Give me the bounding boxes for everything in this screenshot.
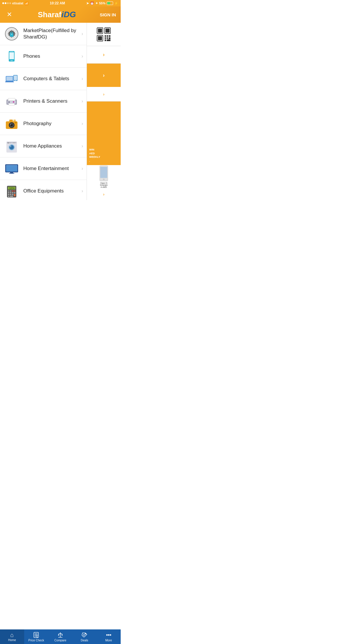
- svg-point-20: [8, 101, 10, 103]
- right-arrow-icon-1: ›: [103, 52, 105, 58]
- right-panel-content: › › › WINAEDWEEKLY ›: [87, 23, 121, 200]
- svg-rect-47: [10, 190, 11, 192]
- svg-point-28: [15, 122, 17, 123]
- svg-rect-59: [10, 196, 13, 197]
- menu-item-photography[interactable]: Photography ›: [0, 113, 87, 135]
- menu-item-printers[interactable]: Printers & Scanners ›: [0, 90, 87, 113]
- location-icon: ➤: [86, 1, 89, 5]
- phone-brand-text: Oppo N: [100, 182, 107, 184]
- svg-rect-50: [8, 192, 9, 193]
- svg-rect-2: [10, 33, 13, 37]
- svg-rect-94: [109, 35, 110, 37]
- alarm-icon: ⏰: [90, 1, 94, 5]
- bluetooth-icon: ✦: [95, 1, 98, 5]
- svg-rect-95: [105, 37, 106, 39]
- marketplace-chevron: ›: [82, 31, 83, 36]
- computers-label: Computers & Tablets: [23, 76, 80, 82]
- svg-rect-57: [14, 194, 15, 196]
- svg-rect-49: [14, 190, 15, 192]
- office-label: Office Equipments: [23, 188, 80, 194]
- svg-rect-101: [100, 167, 107, 178]
- svg-rect-17: [8, 98, 15, 101]
- svg-rect-58: [8, 196, 9, 197]
- office-icon-wrap: 1856: [3, 183, 20, 199]
- computers-chevron: ›: [82, 76, 83, 81]
- right-panel: › › › WINAEDWEEKLY ›: [87, 23, 121, 200]
- bottom-arrow-icon: ›: [103, 192, 105, 197]
- marketplace-icon-wrap: [3, 26, 20, 42]
- right-arrow-block-1[interactable]: ›: [87, 46, 121, 64]
- status-left: etisalat 📶: [2, 1, 29, 5]
- charging-icon: ⚡: [114, 1, 118, 5]
- phone-thumbnail: [99, 165, 108, 181]
- svg-rect-56: [12, 194, 13, 195]
- menu-item-home-appliances[interactable]: Home Appliances ›: [0, 135, 87, 158]
- dot-3: [7, 2, 9, 4]
- svg-rect-26: [9, 120, 13, 122]
- office-chevron: ›: [82, 188, 83, 194]
- svg-rect-87: [98, 29, 102, 33]
- bottom-arrow-block[interactable]: ›: [87, 188, 121, 200]
- phone-info: Oppo N Smartph m AED: [98, 165, 109, 188]
- signal-dots: [2, 2, 11, 4]
- home-appliances-label: Home Appliances: [23, 143, 80, 149]
- home-entertainment-icon: [5, 162, 19, 176]
- svg-rect-11: [5, 81, 14, 82]
- category-menu: MarketPlace(Fulfilled by SharafDG) › Pho…: [0, 23, 87, 200]
- menu-item-computers[interactable]: Computers & Tablets ›: [0, 68, 87, 90]
- home-appliances-icon: [5, 139, 19, 153]
- svg-point-14: [15, 80, 16, 81]
- logo-sharaf: Sharaf: [38, 10, 61, 19]
- svg-rect-89: [106, 29, 110, 33]
- phones-label: Phones: [23, 53, 80, 60]
- svg-rect-51: [10, 192, 11, 193]
- marketplace-label: MarketPlace(Fulfilled by SharafDG): [23, 27, 80, 40]
- battery-fill: [107, 2, 110, 4]
- svg-rect-27: [13, 120, 16, 121]
- arrow-right-yellow: ›: [89, 160, 90, 163]
- computers-icon: [5, 72, 19, 86]
- battery-percent: 55%: [99, 1, 106, 5]
- phone-desc-text: Smartph: [100, 184, 108, 186]
- svg-rect-55: [10, 194, 11, 195]
- svg-rect-7: [10, 51, 13, 52]
- printers-icon: [5, 94, 19, 108]
- svg-point-102: [103, 178, 105, 180]
- menu-item-office[interactable]: 1856 Office E: [0, 180, 87, 200]
- home-entertainment-label: Home Entertainment: [23, 165, 80, 172]
- status-time: 10:22 AM: [50, 1, 65, 5]
- photography-icon-wrap: [3, 116, 20, 132]
- svg-point-35: [8, 142, 9, 144]
- menu-item-home-entertainment[interactable]: Home Entertainment ›: [0, 158, 87, 180]
- menu-item-phones[interactable]: Phones ›: [0, 45, 87, 68]
- yellow-arrow-icon: ›: [103, 72, 105, 78]
- svg-rect-98: [109, 37, 110, 39]
- svg-rect-18: [9, 104, 15, 105]
- phone-price-text: m AED: [101, 186, 107, 188]
- menu-item-marketplace[interactable]: MarketPlace(Fulfilled by SharafDG) ›: [0, 23, 87, 45]
- photography-icon: [5, 117, 19, 131]
- svg-rect-13: [14, 76, 17, 80]
- svg-rect-6: [10, 60, 13, 61]
- svg-text:1856: 1856: [9, 187, 15, 190]
- qr-code-icon: [96, 27, 111, 42]
- svg-rect-53: [14, 192, 15, 193]
- yellow-text-block[interactable]: WINAEDWEEKLY ›: [87, 102, 121, 165]
- battery-icon: [107, 1, 113, 5]
- svg-rect-54: [8, 194, 9, 195]
- photography-chevron: ›: [82, 121, 83, 126]
- close-button[interactable]: ✕: [5, 10, 14, 19]
- printers-icon-wrap: [3, 93, 20, 109]
- phone-promo-block[interactable]: Oppo N Smartph m AED: [87, 165, 121, 188]
- logo-dg: iDG: [61, 10, 76, 19]
- main-layout: MarketPlace(Fulfilled by SharafDG) › Pho…: [0, 23, 121, 200]
- office-icon: 1856: [5, 184, 19, 198]
- svg-rect-96: [107, 37, 108, 39]
- sign-in-button[interactable]: SIGN IN: [100, 12, 116, 17]
- svg-rect-41: [9, 173, 14, 174]
- marketplace-icon: [5, 27, 19, 41]
- qr-block[interactable]: [87, 23, 121, 46]
- yellow-promo-block[interactable]: ›: [87, 64, 121, 87]
- svg-rect-97: [105, 39, 106, 41]
- home-entertainment-chevron: ›: [82, 166, 83, 171]
